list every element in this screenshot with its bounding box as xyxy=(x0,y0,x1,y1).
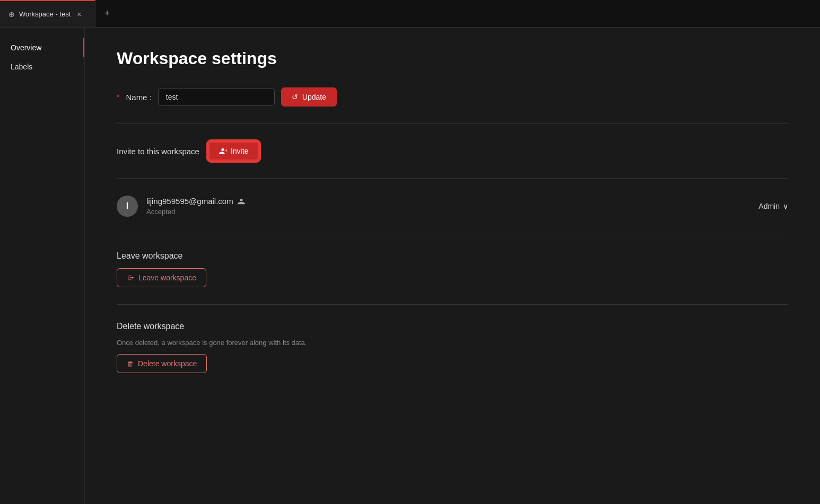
leave-btn-label: Leave workspace xyxy=(138,273,196,282)
avatar-letter: l xyxy=(126,201,128,211)
invite-label: Invite to this workspace xyxy=(117,147,199,156)
sidebar-item-label-labels: Labels xyxy=(11,63,32,71)
required-star: * xyxy=(117,93,119,101)
delete-workspace-button[interactable]: Delete workspace xyxy=(117,354,207,373)
member-info: lijing959595@gmail.com Accepted xyxy=(146,197,750,216)
member-status: Accepted xyxy=(146,208,750,216)
delete-section-desc: Once deleted, a workspace is gone foreve… xyxy=(117,339,788,347)
sidebar-item-labels[interactable]: Labels xyxy=(0,57,84,76)
avatar: l xyxy=(117,196,138,217)
tab-bar: ⊕ Workspace - test × + xyxy=(0,0,820,28)
sidebar-item-overview[interactable]: Overview xyxy=(0,38,84,57)
update-icon: ↺ xyxy=(292,93,298,101)
active-tab[interactable]: ⊕ Workspace - test × xyxy=(0,0,95,27)
globe-icon: ⊕ xyxy=(8,10,15,19)
delete-section-title: Delete workspace xyxy=(117,322,788,331)
main-layout: Overview Labels Workspace settings * Nam… xyxy=(0,28,820,504)
invite-btn-label: Invite xyxy=(231,147,248,155)
update-button[interactable]: ↺ Update xyxy=(281,87,337,107)
invite-button[interactable]: Invite xyxy=(208,141,259,161)
chevron-down-icon: ∨ xyxy=(783,202,788,210)
leave-workspace-button[interactable]: Leave workspace xyxy=(117,268,206,287)
user-plus-icon xyxy=(219,147,226,155)
user-icon xyxy=(238,198,245,205)
content-area: Workspace settings * Name : ↺ Update Inv… xyxy=(85,28,820,504)
delete-section: Delete workspace Once deleted, a workspa… xyxy=(117,322,788,373)
tab-close-button[interactable]: × xyxy=(75,9,83,20)
member-role-dropdown[interactable]: Admin ∨ xyxy=(758,202,788,210)
member-row: l lijing959595@gmail.com Accepted Admin … xyxy=(117,196,788,234)
leave-icon xyxy=(127,274,134,281)
sidebar: Overview Labels xyxy=(0,28,85,504)
trash-icon xyxy=(127,360,134,367)
delete-btn-label: Delete workspace xyxy=(138,359,197,368)
member-role-label: Admin xyxy=(758,202,780,210)
sidebar-item-label-overview: Overview xyxy=(11,43,41,52)
new-tab-button[interactable]: + xyxy=(98,4,117,23)
name-input[interactable] xyxy=(158,88,275,106)
member-email-row: lijing959595@gmail.com xyxy=(146,197,750,206)
name-section: * Name : ↺ Update xyxy=(117,87,788,124)
update-btn-label: Update xyxy=(302,93,326,101)
member-email-text: lijing959595@gmail.com xyxy=(146,197,233,206)
name-label: Name : xyxy=(126,93,151,102)
invite-section: Invite to this workspace Invite xyxy=(117,141,788,179)
leave-section-title: Leave workspace xyxy=(117,251,788,261)
leave-section: Leave workspace Leave workspace xyxy=(117,251,788,305)
tab-title: Workspace - test xyxy=(19,10,71,18)
page-title: Workspace settings xyxy=(117,49,788,68)
